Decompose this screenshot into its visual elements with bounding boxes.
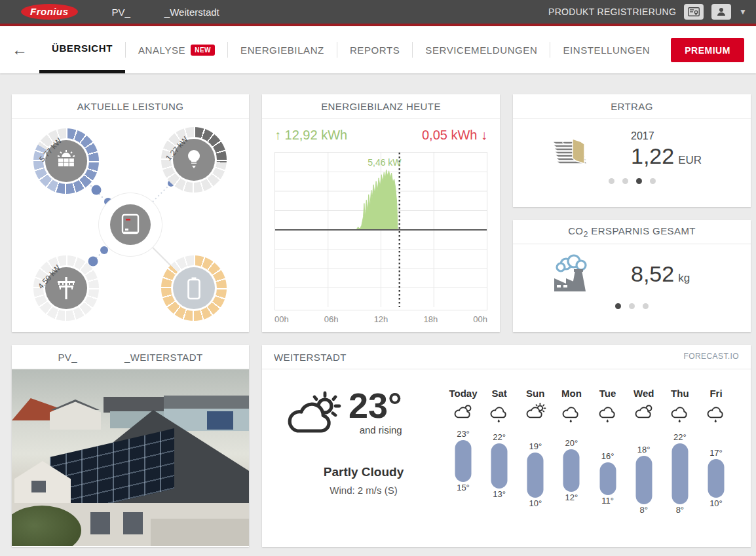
low-temperature: 11° bbox=[590, 496, 626, 506]
forecast-day-tue: Tue16°11° bbox=[590, 388, 626, 540]
co2-savings-card: CO2 ERSPARNIS GESAMT 8,52kg bbox=[513, 220, 751, 332]
forecast-day-mon: Mon20°12° bbox=[554, 388, 589, 540]
forecast-day-label: Tue bbox=[590, 388, 626, 399]
rain-icon bbox=[698, 401, 734, 425]
high-temperature: 19° bbox=[518, 441, 553, 451]
forecast-day-fri: Fri17°10° bbox=[698, 388, 734, 540]
temperature-range-bar bbox=[563, 449, 580, 491]
premium-button[interactable]: PREMIUM bbox=[671, 38, 744, 62]
temperature-range-bar bbox=[671, 443, 688, 504]
forecast-days: Today23°15°Sat22°13°Sun19°10°Mon20°12°Tu… bbox=[445, 388, 738, 540]
fronius-logo[interactable]: Fronius bbox=[21, 4, 78, 20]
photo-title-right: _WEITERSTADT bbox=[124, 352, 203, 363]
forecast-day-today: Today23°15° bbox=[445, 388, 481, 540]
grid-feed-gauge[interactable]: 4.50 kW bbox=[33, 255, 99, 321]
factory-icon bbox=[535, 253, 607, 294]
photo-title-left: PV_ bbox=[58, 352, 77, 363]
tab-uebersicht[interactable]: ÜBERSICHT bbox=[39, 26, 125, 73]
low-temperature: 12° bbox=[554, 492, 589, 502]
carousel-dot[interactable] bbox=[622, 178, 628, 184]
tab-reports[interactable]: REPORTS bbox=[337, 26, 412, 73]
low-temperature: 15° bbox=[445, 483, 481, 492]
forecast-day-sun: Sun19°10° bbox=[518, 388, 553, 540]
pv-system-link[interactable]: PV_ bbox=[112, 7, 130, 18]
carousel-dot[interactable] bbox=[636, 178, 642, 184]
consumption-gauge[interactable]: 1.27 kW bbox=[161, 127, 227, 193]
up-arrow-icon: ↑ bbox=[274, 128, 281, 142]
forecast-day-label: Sun bbox=[518, 388, 553, 399]
yield-carousel-dots bbox=[513, 178, 751, 184]
forecast-source-link[interactable]: FORECAST.IO bbox=[684, 352, 739, 361]
low-temperature: 13° bbox=[482, 489, 517, 499]
temperature-range-bar bbox=[491, 443, 508, 489]
carousel-dot[interactable] bbox=[615, 303, 621, 309]
carousel-dot[interactable] bbox=[609, 178, 614, 184]
inverter-icon bbox=[121, 213, 140, 236]
card-title-co2: CO2 ERSPARNIS GESAMT bbox=[568, 225, 696, 239]
high-temperature: 18° bbox=[626, 445, 662, 454]
forecast-day-label: Today bbox=[445, 388, 481, 399]
temperature-range-bar bbox=[635, 456, 652, 504]
x-axis-tick: 12h bbox=[374, 314, 388, 324]
wind-info: Wind: 2 m/s (S) bbox=[282, 485, 445, 496]
dashboard: AKTUELLE LEISTUNG bbox=[0, 73, 756, 547]
forecast-day-label: Sat bbox=[482, 388, 517, 399]
carousel-dot[interactable] bbox=[643, 303, 649, 309]
rain-icon bbox=[554, 401, 589, 425]
tab-servicemeldungen[interactable]: SERVICEMELDUNGEN bbox=[413, 26, 550, 73]
card-title-energiebilanz: ENERGIEBILANZ HEUTE bbox=[321, 101, 441, 112]
money-stack-icon bbox=[535, 132, 607, 168]
temperature-range-bar bbox=[599, 462, 616, 495]
temperature-range-bar bbox=[527, 453, 544, 498]
weather-location-title: WEITERSTADT bbox=[274, 352, 347, 363]
forecast-day-label: Wed bbox=[626, 388, 662, 399]
yield-card: ERTRAG 2017 1,22EUR bbox=[513, 94, 751, 207]
co2-carousel-dots bbox=[513, 303, 751, 309]
site-name-link[interactable]: _Weiterstadt bbox=[164, 7, 219, 18]
registration-card-icon[interactable] bbox=[684, 4, 704, 20]
battery-gauge[interactable] bbox=[161, 255, 227, 321]
chevron-down-icon[interactable]: ▼ bbox=[739, 7, 747, 16]
partly-cloudy-icon bbox=[626, 401, 662, 425]
forecast-day-label: Thu bbox=[662, 388, 698, 399]
carousel-dot[interactable] bbox=[629, 303, 635, 309]
tab-einstellungen[interactable]: EINSTELLUNGEN bbox=[550, 26, 662, 73]
card-title-aktuelle-leistung: AKTUELLE LEISTUNG bbox=[77, 101, 184, 112]
yield-unit: EUR bbox=[678, 154, 702, 166]
current-power-card: AKTUELLE LEISTUNG bbox=[12, 94, 249, 332]
tab-energiebilanz[interactable]: ENERGIEBILANZ bbox=[228, 26, 337, 73]
temperature-trend: and rising bbox=[349, 424, 402, 436]
high-temperature: 23° bbox=[445, 429, 481, 439]
user-account-icon[interactable] bbox=[711, 4, 731, 20]
power-grid-icon bbox=[54, 276, 78, 301]
x-axis-tick: 06h bbox=[324, 314, 339, 324]
card-title-ertrag: ERTRAG bbox=[611, 101, 653, 112]
solar-production-gauge[interactable]: 5.77 kW bbox=[33, 128, 99, 194]
current-weather: 23° and rising Partly Cloudy Wind: 2 m/s… bbox=[282, 388, 445, 540]
battery-icon bbox=[187, 276, 201, 300]
chart-x-axis-ticks: 00h06h12h18h00h bbox=[274, 310, 487, 324]
x-axis-tick: 00h bbox=[473, 314, 487, 324]
yield-value: 1,22 bbox=[631, 143, 674, 168]
low-temperature: 10° bbox=[698, 498, 734, 508]
carousel-dot[interactable] bbox=[650, 178, 656, 184]
new-badge: NEW bbox=[191, 45, 215, 56]
product-registration-link[interactable]: PRODUKT REGISTRIERUNG bbox=[548, 7, 676, 17]
high-temperature: 17° bbox=[698, 448, 734, 458]
energy-balance-card: ENERGIEBILANZ HEUTE ↑ 12,92 kWh 0,05 kWh… bbox=[262, 94, 500, 332]
main-navigation: ← ÜBERSICHT ANALYSENEW ENERGIEBILANZ REP… bbox=[0, 26, 756, 73]
forecast-day-wed: Wed18°8° bbox=[626, 388, 662, 540]
back-arrow-button[interactable]: ← bbox=[0, 26, 39, 73]
inverter-node[interactable] bbox=[99, 193, 162, 256]
high-temperature: 22° bbox=[662, 432, 698, 442]
tab-analyse[interactable]: ANALYSENEW bbox=[126, 26, 227, 73]
plant-photo-card: PV_ _WEITERSTADT bbox=[12, 345, 249, 547]
low-temperature: 8° bbox=[626, 505, 662, 515]
lightbulb-icon bbox=[185, 149, 202, 171]
temperature-range-bar bbox=[708, 459, 724, 498]
partly-cloudy-icon bbox=[518, 401, 553, 425]
high-temperature: 16° bbox=[590, 451, 626, 461]
current-temperature: 23° bbox=[349, 388, 402, 423]
consumed-energy-value: 0,05 kWh ↓ bbox=[422, 128, 487, 143]
co2-value: 8,52 bbox=[631, 261, 674, 286]
